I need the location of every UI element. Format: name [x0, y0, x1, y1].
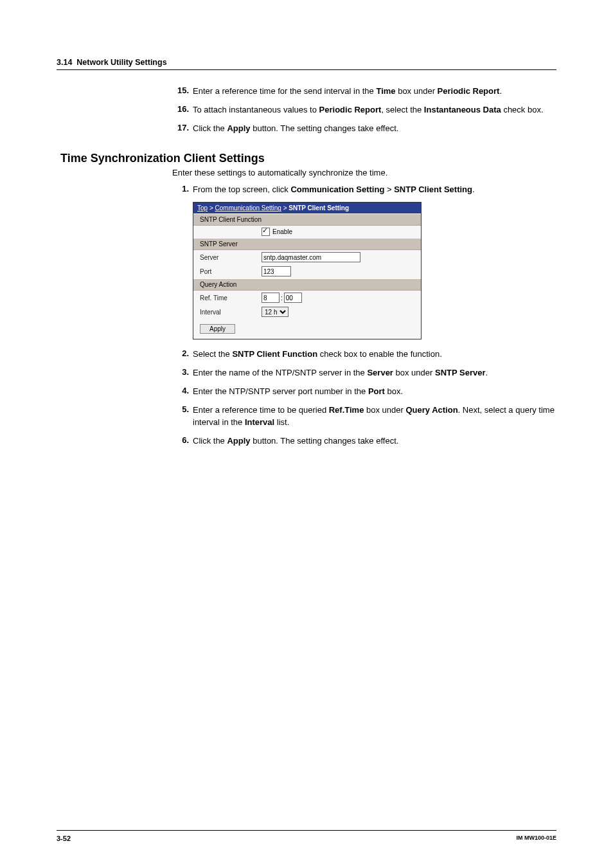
step-5: 5. Enter a reference time to be queried … — [172, 404, 556, 429]
interval-label: Interval — [200, 309, 262, 316]
server-label: Server — [200, 254, 262, 261]
step-number: 4. — [172, 386, 189, 395]
breadcrumb-bar: Top > Communication Setting > SNTP Clien… — [193, 203, 421, 213]
doc-id: IM MW100-01E — [516, 835, 556, 842]
breadcrumb-leaf: SNTP Client Setting — [289, 204, 349, 212]
step-text: Click the Apply button. The setting chan… — [193, 123, 556, 135]
step-1: 1. From the top screen, click Communicat… — [172, 184, 556, 196]
section-number: 3.14 — [57, 58, 72, 67]
subsection-heading: Time Synchronization Client Settings — [60, 152, 556, 165]
step-3: 3. Enter the name of the NTP/SNTP server… — [172, 367, 556, 379]
page-footer: 3-52 IM MW100-01E — [57, 830, 556, 842]
step-4: 4. Enter the NTP/SNTP server port number… — [172, 386, 556, 398]
steps-sntp-cont: 2. Select the SNTP Client Function check… — [172, 348, 556, 447]
step-number: 2. — [172, 348, 189, 358]
step-number: 1. — [172, 184, 189, 194]
steps-sntp: 1. From the top screen, click Communicat… — [172, 184, 556, 196]
enable-label: Enable — [272, 228, 292, 235]
port-label: Port — [200, 268, 262, 275]
breadcrumb-mid[interactable]: Communication Setting — [215, 204, 281, 212]
interval-row: Interval 12 h — [193, 305, 421, 319]
steps-continuation: 15. Enter a reference time for the send … — [172, 86, 556, 135]
sntp-settings-screenshot: Top > Communication Setting > SNTP Clien… — [193, 202, 422, 339]
port-input[interactable] — [262, 266, 291, 276]
reftime-label: Ref. Time — [200, 294, 262, 302]
section-title: Network Utility Settings — [76, 58, 166, 67]
step-number: 15. — [172, 86, 189, 95]
step-text: Enter a reference time for the send inte… — [193, 86, 556, 98]
step-16: 16. To attach instantaneous values to Pe… — [172, 104, 556, 116]
step-text: From the top screen, click Communication… — [193, 184, 556, 196]
server-input[interactable] — [262, 252, 360, 262]
step-text: Click the Apply button. The setting chan… — [193, 435, 556, 448]
step-number: 5. — [172, 404, 189, 414]
step-text: Enter a reference time to be queried Ref… — [193, 404, 556, 429]
apply-button[interactable]: Apply — [200, 324, 235, 334]
reftime-sep: : — [281, 294, 283, 302]
reftime-min-input[interactable] — [284, 293, 302, 303]
step-number: 17. — [172, 123, 189, 132]
group-header-server: SNTP Server — [193, 238, 421, 250]
step-15: 15. Enter a reference time for the send … — [172, 86, 556, 98]
port-row: Port — [193, 264, 421, 278]
reftime-hour-input[interactable] — [262, 293, 280, 303]
step-text: Select the SNTP Client Function check bo… — [193, 348, 556, 361]
interval-select[interactable]: 12 h — [262, 307, 289, 317]
subsection-intro: Enter these settings to automatically sy… — [172, 168, 556, 177]
step-number: 6. — [172, 435, 189, 445]
step-text: Enter the name of the NTP/SNTP server in… — [193, 367, 556, 379]
group-header-query: Query Action — [193, 278, 421, 291]
step-2: 2. Select the SNTP Client Function check… — [172, 348, 556, 361]
reftime-row: Ref. Time : — [193, 291, 421, 305]
breadcrumb-top[interactable]: Top — [197, 204, 208, 212]
step-number: 3. — [172, 367, 189, 377]
enable-row: Enable — [193, 226, 421, 238]
server-row: Server — [193, 250, 421, 264]
enable-checkbox[interactable] — [262, 228, 270, 236]
step-number: 16. — [172, 104, 189, 114]
step-text: To attach instantaneous values to Period… — [193, 104, 556, 116]
step-17: 17. Click the Apply button. The setting … — [172, 123, 556, 135]
page-number: 3-52 — [57, 835, 71, 842]
step-text: Enter the NTP/SNTP server port number in… — [193, 386, 556, 398]
step-6: 6. Click the Apply button. The setting c… — [172, 435, 556, 448]
group-header-function: SNTP Client Function — [193, 213, 421, 226]
section-header: 3.14 Network Utility Settings — [57, 58, 556, 70]
